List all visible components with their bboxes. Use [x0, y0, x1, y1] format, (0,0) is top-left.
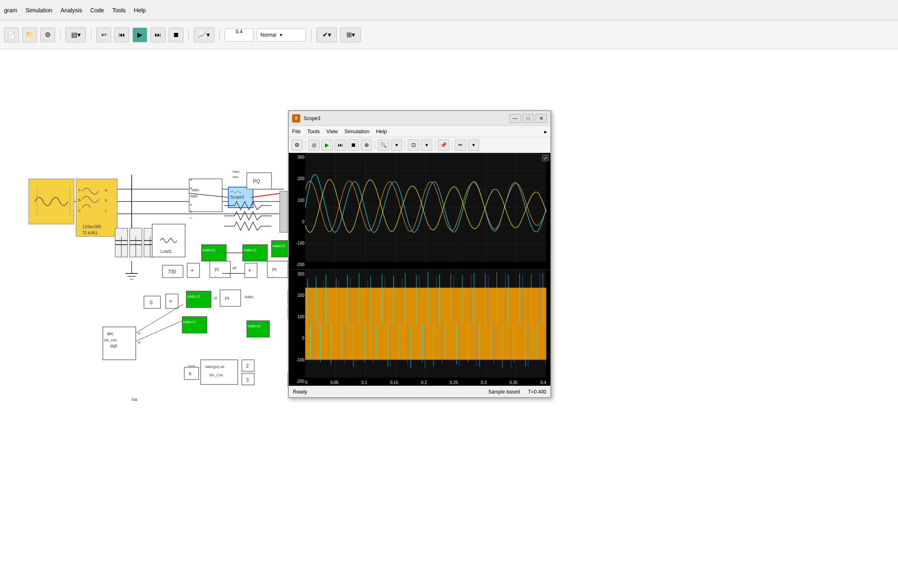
scope-menu-arrow[interactable]: ▸ [544, 128, 547, 135]
sim-time-field[interactable]: 0.4 [225, 28, 253, 42]
svg-text:Isabc17: Isabc17 [183, 320, 196, 324]
scope-minimize-button[interactable]: — [509, 114, 521, 123]
const2-block[interactable]: 2 [242, 360, 254, 371]
sum2-block[interactable]: + [245, 263, 257, 278]
k-lower-block[interactable]: K [184, 367, 199, 380]
svg-text:B: B [190, 186, 192, 190]
y-label-b0: 0 [290, 336, 304, 340]
cap-bank-2[interactable] [130, 228, 142, 257]
scope-play-btn[interactable]: ▶ [321, 139, 333, 151]
step-fwd-button[interactable]: ⏭ [151, 28, 165, 42]
scope-cursor-btn[interactable]: ◎ [308, 139, 320, 151]
canvas-area: A B C a b c 110kv/380 75 kVA1 [0, 49, 898, 588]
pi3-block[interactable]: PI [220, 290, 241, 306]
transformer-block[interactable]: A B C a b c 110kv/380 75 kVA1 [76, 179, 117, 236]
scope-menu-help[interactable]: Help [376, 128, 387, 134]
scope-stop-btn[interactable]: ⏹ [348, 139, 359, 151]
new-button[interactable]: 📄 [4, 28, 19, 42]
scope-plot-top: ⤢ 300 200 100 0 -100 -200 [289, 153, 550, 270]
scope-plots-area: ⤢ 300 200 100 0 -100 -200 [289, 153, 550, 386]
sum3-block[interactable]: + [166, 294, 178, 308]
sum1-block[interactable]: + [187, 263, 200, 278]
run-button[interactable]: ▶ [132, 28, 147, 42]
abc-dq0-block[interactable]: abc sin_cos dq0 id iq [103, 327, 140, 360]
check-button[interactable]: ✔▾ [316, 28, 337, 42]
const700-block[interactable]: 700 [162, 265, 183, 278]
isabc16-block[interactable]: Isabc16 [247, 321, 269, 337]
scope-menu-view[interactable]: View [326, 128, 338, 134]
scope-maximize-button[interactable]: □ [522, 114, 534, 123]
list-view-button[interactable]: ▤▾ [65, 28, 86, 42]
scope-stepfwd-btn[interactable]: ⏭ [334, 139, 346, 151]
y-label-b200: 200 [290, 293, 304, 298]
scope-zoomin-arrow[interactable]: ▾ [391, 139, 402, 151]
menu-item-analysis[interactable]: Analysis [60, 7, 82, 14]
svg-text:+: + [169, 298, 172, 304]
sim-mode-dropdown[interactable]: Normal ▾ [257, 28, 306, 42]
x-label-0: 0 [305, 380, 308, 385]
svg-text:sin_cos: sin_cos [104, 338, 117, 342]
scope-menu-tools[interactable]: Tools [307, 128, 320, 134]
plot-expand-button[interactable]: ⤢ [542, 155, 549, 161]
y-label-200: 200 [290, 176, 304, 181]
svg-text:+: + [248, 267, 251, 273]
x-label-03: 0.3 [481, 380, 487, 385]
x-label-035: 0.35 [510, 380, 517, 385]
svg-text:B: B [78, 198, 81, 202]
scope-pin-btn[interactable]: 📌 [438, 139, 449, 151]
svg-text:c: c [190, 216, 192, 220]
isabc13-block[interactable]: Isabc13 [186, 291, 211, 308]
scope-zoomin-btn[interactable]: 🔍 [378, 139, 389, 151]
menu-item-code[interactable]: Code [90, 7, 104, 14]
scope-plot-bottom: 300 200 100 0 -100 -200 [289, 270, 550, 386]
svg-text:Vabc: Vabc [191, 188, 200, 192]
isabc12-block[interactable]: Isabc12 [202, 245, 226, 261]
scope-menu-simulation[interactable]: Simulation [344, 128, 369, 134]
x-label-015: 0.15 [390, 380, 398, 385]
undo-button[interactable]: ↩ [96, 28, 111, 42]
scope-close-button[interactable]: ✕ [536, 114, 547, 123]
menu-item-tools[interactable]: Tools [112, 7, 126, 14]
svg-text:3: 3 [246, 377, 249, 383]
scope-edit-arrow[interactable]: ▾ [468, 139, 479, 151]
pi1-block[interactable]: PI ↓ [210, 261, 230, 278]
const0-block[interactable]: 0 [144, 296, 160, 308]
load1-block[interactable]: Load1 [152, 224, 185, 257]
scope-sep-1 [305, 141, 306, 150]
menu-item-help[interactable]: Help [134, 7, 146, 14]
scope-settings-btn[interactable]: ⚙ [291, 139, 303, 151]
scope-zoom-area-btn[interactable]: ⊕ [361, 139, 372, 151]
scope-status-right: Sample based T=0.400 [488, 389, 546, 395]
svg-text:c: c [105, 208, 107, 213]
open-button[interactable]: 📁 [22, 28, 37, 42]
stop-button[interactable]: ⏹ [169, 28, 183, 42]
scope-menubar: File Tools View Simulation Help ▸ [289, 126, 550, 137]
scope-edit-btn[interactable]: ✏ [455, 139, 466, 151]
svg-text:C: C [78, 208, 81, 213]
svg-text:Isa: Isa [132, 397, 137, 402]
svg-text:id: id [138, 331, 140, 335]
menu-item-gram[interactable]: gram [4, 7, 17, 14]
menu-item-simulation[interactable]: Simulation [26, 7, 52, 14]
plot-canvas-top [305, 153, 546, 262]
scope-menu-file[interactable]: File [292, 128, 301, 134]
grid-button[interactable]: ⊞▾ [340, 28, 361, 42]
scope-fit-btn[interactable]: ⊡ [408, 139, 419, 151]
const3-block[interactable]: 3 [242, 373, 254, 385]
scope-fit-arrow[interactable]: ▾ [421, 139, 432, 151]
svg-text:A: A [78, 188, 81, 192]
scope-sep-2 [375, 141, 375, 150]
scope3-block[interactable]: Scope3 [228, 187, 253, 208]
step-back-button[interactable]: ⏮ [114, 28, 129, 42]
svg-rect-53 [202, 245, 226, 261]
isabc15-block[interactable]: Isabc15 [243, 245, 267, 261]
source-block[interactable] [29, 179, 74, 224]
y-label-bneg200: -200 [290, 379, 304, 384]
pi2-block[interactable]: PI ↓ [267, 261, 288, 278]
cap-bank-1[interactable] [115, 228, 128, 257]
settings-button[interactable]: ⚙ [40, 28, 55, 42]
scope-window: A Scope3 — □ ✕ File Tools View Simulatio… [288, 110, 551, 398]
plot-button[interactable]: 📈▾ [194, 28, 214, 42]
isabc17-block[interactable]: Isabc17 [182, 317, 207, 333]
svg-text:b: b [105, 198, 107, 202]
